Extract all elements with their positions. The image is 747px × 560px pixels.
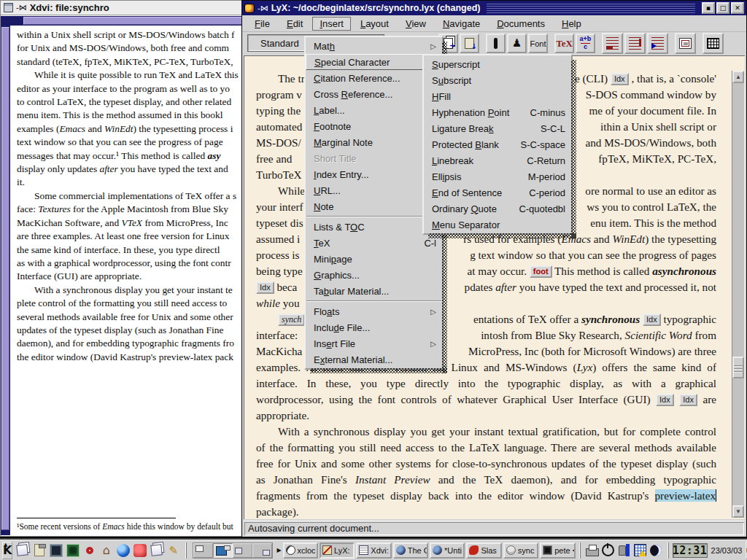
menu-item-protected-blank[interactable]: Protected BlankS-C-space — [424, 136, 571, 152]
maximize-button[interactable]: □ — [716, 2, 729, 14]
menu-item-external-material[interactable]: External Material... — [306, 351, 442, 368]
menu-item-hfill[interactable]: HFill — [424, 88, 571, 104]
menu-item-tex[interactable]: TeXC-l — [306, 235, 442, 251]
menu-item-end-of-sentence[interactable]: End of SentenceC-period — [424, 184, 571, 201]
pin-icon[interactable]: -⋈ — [258, 4, 268, 12]
task-xdvi[interactable]: Xdvi: — [356, 542, 391, 559]
math-mode-button[interactable]: a+bc — [576, 34, 595, 53]
help-launcher-button[interactable] — [81, 542, 98, 559]
menubar-insert[interactable]: Insert — [312, 17, 351, 31]
menu-item-ligature-break[interactable]: Ligature BreakS-C-L — [424, 120, 571, 136]
task-pete[interactable]: pete◀ — [540, 542, 575, 559]
scroll-thumb[interactable] — [732, 357, 744, 378]
xdvi-vertical-scrollbar[interactable] — [1, 16, 10, 535]
panel-grip[interactable] — [579, 542, 581, 559]
menu-item-special-character[interactable]: Special Character — [306, 54, 442, 70]
menu-item-lists-toc[interactable]: Lists & TOC — [306, 219, 442, 235]
pager-desktop-3[interactable] — [233, 543, 252, 558]
menu-item-index-entry[interactable]: Index Entry... — [306, 166, 442, 182]
scroll-down-arrow-icon[interactable]: ▼ — [732, 505, 744, 518]
plug-tray-icon[interactable] — [616, 542, 632, 558]
noun-style-button[interactable]: ♟ — [507, 34, 527, 53]
kons-launcher-button[interactable] — [64, 542, 81, 559]
menu-item-label[interactable]: Label... — [306, 102, 442, 118]
task-sync[interactable]: sync — [503, 542, 538, 559]
menubar-navigate[interactable]: Navigate — [436, 17, 487, 31]
task-the-g[interactable]: The G — [393, 542, 428, 559]
xdvi-titlebar[interactable]: -⋈ Xdvi: file:synchro — [1, 1, 252, 15]
menu-item-ordinary-quote[interactable]: Ordinary QuoteC-quotedbl — [424, 201, 571, 217]
task-unti[interactable]: *Unti — [430, 542, 465, 559]
font-button[interactable]: Font — [528, 34, 548, 53]
cal-tray-icon[interactable] — [632, 542, 648, 558]
menu-item-include-file[interactable]: Include File... — [306, 319, 442, 335]
insert-footnote-button[interactable] — [602, 33, 623, 54]
menubar-help[interactable]: Help — [554, 17, 589, 31]
menu-item-floats[interactable]: Floats▷ — [306, 303, 442, 319]
power-tray-icon[interactable] — [600, 542, 616, 558]
pager-desktop-1[interactable] — [193, 543, 213, 558]
menu-item-superscript[interactable]: Superscript — [424, 56, 571, 72]
window-list-arrow-icon[interactable]: ▶ — [276, 543, 281, 558]
menubar-layout[interactable]: Layout — [353, 17, 396, 31]
emphasis-button[interactable] — [486, 34, 506, 53]
menu-item-citation-reference[interactable]: Citation Reference... — [306, 70, 442, 86]
menu-item-ellipsis[interactable]: EllipsisM-period — [424, 168, 571, 184]
printer-tray-icon[interactable] — [584, 542, 600, 558]
clip-launcher-button[interactable] — [31, 542, 47, 559]
menu-item-note[interactable]: Note — [306, 198, 442, 214]
menu-item-math[interactable]: Math▷ — [306, 38, 442, 54]
clock[interactable]: 12:31 — [673, 543, 708, 558]
pen-launcher-button[interactable] — [165, 542, 182, 559]
menu-item-cross-reference[interactable]: Cross Reference... — [306, 86, 442, 102]
files-launcher-button[interactable] — [148, 542, 165, 559]
menu-item-short-title[interactable]: Short Title — [306, 150, 442, 166]
menu-item-minipage[interactable]: Minipage — [306, 251, 442, 267]
home-launcher-button[interactable] — [98, 542, 115, 559]
xdvi-horizontal-scrollbar[interactable] — [10, 16, 252, 26]
menubar-view[interactable]: View — [398, 17, 433, 31]
globe-launcher-button[interactable] — [115, 542, 131, 559]
kde-launcher-button[interactable] — [131, 542, 148, 559]
vscroll-thumb[interactable] — [1, 27, 9, 530]
lyx-titlebar[interactable]: -⋈ LyX: ~/doc/beginlatex/src/synchro.lyx… — [242, 1, 746, 15]
task-xcloc[interactable]: xcloc — [283, 542, 318, 559]
menu-item-graphics[interactable]: Graphics... — [306, 267, 442, 283]
menubar-edit[interactable]: Edit — [279, 17, 310, 31]
pin-icon[interactable]: -⋈ — [16, 4, 27, 12]
pager-desktop-2[interactable] — [213, 543, 233, 558]
menu-item-marginal-note[interactable]: Marginal Note — [306, 134, 442, 150]
date[interactable]: 23/03/03 — [709, 546, 745, 555]
menu-item-menu-separator[interactable]: Menu Separator — [424, 217, 571, 233]
menu-item-tabular-material[interactable]: Tabular Material... — [306, 283, 442, 299]
paste-button[interactable]: ↓ — [460, 34, 479, 53]
pager-desktop-4[interactable] — [252, 543, 272, 558]
scroll-up-arrow-icon[interactable]: ▲ — [732, 71, 744, 83]
change-depth-button[interactable] — [647, 33, 668, 54]
xdvi-page[interactable]: within a Unix shell script or MS-DOS/Win… — [10, 26, 252, 535]
menu-item-hyphenation-point[interactable]: Hyphenation PointC-minus — [424, 104, 571, 120]
lyx-vertical-scrollbar[interactable]: ▲ ▼ — [732, 71, 744, 518]
menu-item-insert-file[interactable]: Insert File▷ — [306, 335, 442, 351]
moon-tray-icon[interactable] — [649, 542, 664, 558]
k-menu-button[interactable]: K — [2, 542, 12, 559]
menubar-file[interactable]: File — [247, 17, 277, 31]
menubar-documents[interactable]: Documents — [489, 17, 552, 31]
menu-item-linebreak[interactable]: LinebreakC-Return — [424, 152, 571, 168]
task-lyx[interactable]: LyX: — [320, 542, 355, 559]
tex-mode-button[interactable]: TeX — [554, 34, 574, 53]
insert-margin-note-button[interactable] — [624, 33, 646, 54]
papers-launcher-button[interactable] — [14, 542, 31, 559]
menu-item-footnote[interactable]: Footnote — [306, 118, 442, 134]
panel-grip[interactable] — [667, 542, 669, 559]
insert-figure-button[interactable] — [675, 33, 696, 54]
term-launcher-button[interactable] — [47, 542, 64, 559]
menu-item-url[interactable]: URL... — [306, 182, 442, 198]
hscroll-thumb[interactable] — [23, 17, 250, 25]
task-slas[interactable]: Slas — [466, 542, 501, 559]
insert-table-button[interactable] — [703, 33, 724, 54]
menu-item-subscript[interactable]: Subscript — [424, 72, 571, 88]
minimize-button[interactable]: ▪ — [702, 2, 715, 14]
close-button[interactable]: ✕ — [731, 2, 744, 14]
panel-grip[interactable] — [185, 542, 187, 559]
